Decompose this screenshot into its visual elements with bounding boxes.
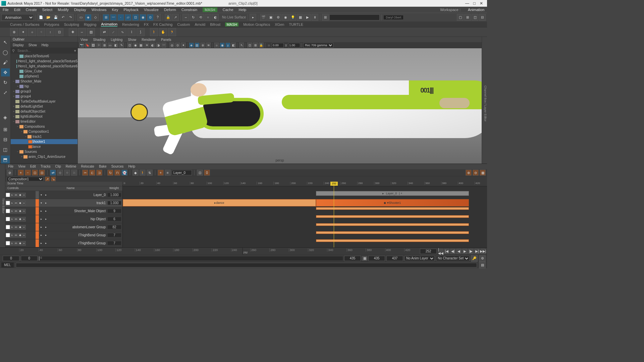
vp-xrayj-icon[interactable]: ✦ (181, 43, 186, 48)
layout-preset-2[interactable]: ⊟ (1, 135, 10, 143)
goto-end-icon[interactable]: ▶▶| (480, 249, 486, 254)
render-setup-icon[interactable]: ▦ (297, 14, 304, 21)
step-forward-icon[interactable]: |▶ (468, 249, 474, 254)
te-track-row[interactable]: sm◆• ▾ ▸ track1 1.000 (5, 199, 122, 207)
outliner-item[interactable]: place3dTexture6 (11, 54, 77, 59)
menu-edit[interactable]: Edit (14, 8, 20, 12)
vp-gamma-icon[interactable]: γ (225, 43, 230, 48)
colorspace-dropdown[interactable]: Rec 709 gamma (303, 43, 333, 48)
layout-single-icon[interactable]: ▢ (457, 14, 464, 21)
te-magnet2-icon[interactable]: ⁙ (71, 170, 77, 176)
vp-smooth-icon[interactable]: ◉ (133, 43, 138, 48)
shelf-icon-9[interactable]: ▨ (87, 28, 95, 36)
vp-fit-icon[interactable]: ⊞ (253, 43, 258, 48)
te-relocator-icon[interactable]: 🚶 (140, 170, 146, 176)
te-ghost-icon[interactable]: 👻 (121, 170, 127, 176)
menu-constrain[interactable]: Constrain (181, 8, 197, 12)
vp-menu-show[interactable]: Show (128, 38, 136, 42)
script-editor-icon[interactable]: ▤ (479, 262, 486, 268)
shelf-tab-mash[interactable]: MASH (225, 22, 238, 26)
vp-res-icon[interactable]: ◧ (113, 43, 118, 48)
mel-label[interactable]: MEL (1, 262, 14, 267)
shelf-icon-12[interactable]: ∿ (118, 28, 126, 36)
snap-curve-icon[interactable]: 〰 (110, 14, 117, 21)
clip-sub3[interactable] (316, 223, 469, 226)
shelf-icon-14[interactable]: ⟆ (137, 28, 145, 36)
te-track-row[interactable]: sm◆• ▸ ▸ abdomenLower Group 82 (5, 223, 122, 231)
te-menu-clip[interactable]: Clip (55, 165, 61, 168)
outliner-item[interactable]: +defaultObjectSet (11, 109, 77, 114)
vp-lock-icon[interactable]: 🔒 (259, 43, 264, 48)
select-tool[interactable]: ↖ (1, 38, 10, 46)
menu-cache[interactable]: Cache (223, 8, 233, 12)
play-back-icon[interactable]: ◀ (456, 249, 462, 254)
channel-box-tab[interactable]: Channel Box / Layer Editor (482, 37, 487, 164)
te-menu-view[interactable]: View (18, 165, 25, 168)
range-end-3[interactable] (386, 256, 403, 261)
menu-modify[interactable]: Modify (58, 8, 68, 12)
maximize-button[interactable]: □ (473, 1, 476, 6)
shelf-tab-fxcaching[interactable]: FX Caching (153, 22, 172, 26)
play-forward-icon[interactable]: ▶ (462, 249, 468, 254)
comp-icon2[interactable]: ↘ (51, 177, 56, 181)
sym-off-icon[interactable]: ○ (205, 14, 211, 21)
outliner-item[interactable]: −Compositions (11, 124, 77, 129)
te-mute-icon[interactable]: ⊘ (7, 170, 13, 176)
last-tool[interactable]: ◈ (1, 113, 10, 121)
autokey-icon[interactable]: 🔑 (471, 255, 478, 262)
shelf-icon-17[interactable]: 🏃 (168, 28, 176, 36)
outliner-item[interactable]: Hero1_light_shadered_place3dTexture6 (11, 64, 77, 69)
new-scene-icon[interactable]: 📄 (38, 14, 44, 21)
vp-exposure-icon[interactable]: ☼ (214, 43, 219, 48)
vp-cm-icon[interactable]: ◉ (220, 43, 225, 48)
te-addlayer-icon[interactable]: + (158, 170, 164, 176)
shelf-tab-motiongraphics[interactable]: Motion Graphics (243, 22, 270, 26)
vp-light-icon[interactable]: ☀ (144, 43, 149, 48)
vp-flag-icon[interactable]: ⚐ (96, 43, 101, 48)
outliner-item[interactable]: +hip (11, 84, 77, 89)
clip-shooter[interactable]: ◆ ▾ Shooter1 (316, 199, 469, 206)
vp-bookmark-icon[interactable]: 🔖 (85, 43, 90, 48)
snap-toggle-icon[interactable]: ⊙ (147, 14, 154, 21)
te-del-track-icon[interactable]: − (25, 170, 31, 176)
redo-icon[interactable]: ↷ (67, 14, 74, 21)
te-track-row[interactable]: sm◆• ▸ ▸ hip Object 6 (5, 215, 122, 223)
te-import-icon[interactable]: ⊕ (466, 170, 472, 176)
history-icon[interactable]: ? (154, 14, 161, 21)
outliner-tree[interactable]: place3dTexture6Hero1_light_shadered_plac… (11, 54, 77, 164)
vp-menu-shading[interactable]: Shading (93, 38, 106, 42)
step-forward-key-icon[interactable]: ▶| (474, 249, 480, 254)
vp-image-icon[interactable]: 🖼 (91, 43, 96, 48)
menu-mash[interactable]: MASH (203, 7, 217, 12)
vp-motion-icon[interactable]: 〰 (161, 43, 166, 48)
construction-history-icon[interactable]: ▸ (250, 14, 256, 21)
save-scene-icon[interactable]: 💾 (52, 14, 59, 21)
move-tool[interactable]: ✥ (1, 68, 10, 76)
te-track-row[interactable]: sm◆• ▸ ▸ lThighBend Group 7 (5, 231, 122, 239)
te-trim-icon[interactable]: ⊏ (89, 170, 95, 176)
unlock-icon[interactable]: ↗ (172, 14, 179, 21)
snap-live-icon[interactable]: ◉ (140, 14, 146, 21)
vp-menu-view[interactable]: View (80, 38, 88, 42)
layout-four-icon[interactable]: ⊞ (464, 14, 471, 21)
outliner-item[interactable]: +anim_Clip1_AnimSource (11, 154, 77, 159)
step-back-key-icon[interactable]: |◀ (444, 249, 449, 254)
user-badge[interactable]: Daryl Obert (383, 15, 404, 20)
vp-col2-icon[interactable]: ◧ (231, 43, 236, 48)
outliner-item[interactable]: Shooter1 (11, 139, 77, 144)
te-key-icon[interactable]: ◆ (132, 170, 139, 176)
te-hold-icon[interactable]: ⊓ (114, 170, 120, 176)
outliner-menu-show[interactable]: Show (29, 43, 37, 47)
shelf-icon-8[interactable]: ↔ (78, 28, 86, 36)
te-playhead[interactable]: 252 (334, 182, 334, 247)
hypershade-icon[interactable]: ◉ (282, 14, 289, 21)
comp-icon1[interactable]: ↗ (45, 177, 50, 181)
te-track-row[interactable]: sm◆• ▾ ▸ Layer_0 1.000 (5, 191, 122, 199)
shelf-icon-1[interactable]: ⊕ (10, 28, 18, 36)
te-split-icon[interactable]: ✂ (82, 170, 88, 176)
menu-key[interactable]: Key (112, 8, 118, 12)
clip-dance[interactable]: ▸ dance (123, 199, 316, 206)
vp-grid-icon[interactable]: ⊞ (102, 43, 107, 48)
te-export-icon[interactable]: ⊖ (473, 170, 479, 176)
shelf-tab-turtle[interactable]: TURTLE (289, 22, 303, 26)
